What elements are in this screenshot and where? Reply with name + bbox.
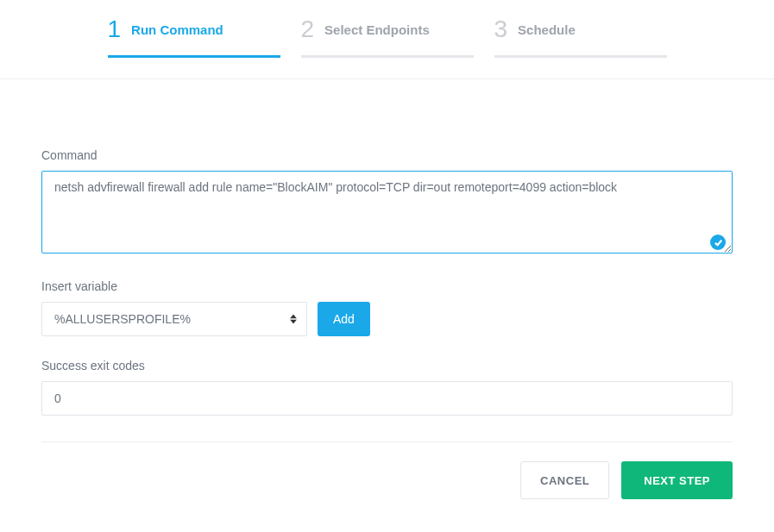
footer-buttons: CANCEL NEXT STEP — [0, 442, 774, 499]
variable-row: %ALLUSERSPROFILE% Add — [41, 302, 733, 336]
command-input[interactable] — [41, 171, 733, 253]
add-variable-button[interactable]: Add — [318, 302, 370, 336]
wizard-step-select-endpoints[interactable]: 2 Select Endpoints — [301, 16, 474, 58]
form-area: Command Insert variable %ALLUSERSPROFILE… — [0, 79, 774, 416]
wizard-steps: 1 Run Command 2 Select Endpoints 3 Sched… — [0, 0, 774, 58]
next-step-button[interactable]: NEXT STEP — [621, 461, 733, 499]
command-label: Command — [41, 148, 733, 162]
exit-codes-group: Success exit codes — [41, 359, 733, 416]
variable-select[interactable]: %ALLUSERSPROFILE% — [41, 302, 307, 336]
command-wrapper — [41, 171, 733, 257]
step-number: 1 — [108, 16, 122, 43]
step-label: Select Endpoints — [324, 22, 430, 37]
variable-select-wrapper: %ALLUSERSPROFILE% — [41, 302, 307, 336]
step-number: 3 — [494, 16, 508, 43]
cancel-button[interactable]: CANCEL — [520, 461, 609, 499]
wizard-step-run-command[interactable]: 1 Run Command — [108, 16, 280, 58]
step-label: Run Command — [131, 22, 223, 37]
valid-check-icon — [710, 235, 726, 250]
command-group: Command — [41, 148, 733, 257]
insert-variable-label: Insert variable — [41, 279, 733, 293]
step-number: 2 — [301, 16, 315, 43]
step-label: Schedule — [518, 22, 576, 37]
exit-codes-input[interactable] — [41, 381, 733, 416]
wizard-step-schedule[interactable]: 3 Schedule — [494, 16, 667, 58]
insert-variable-group: Insert variable %ALLUSERSPROFILE% Add — [41, 279, 733, 336]
exit-codes-label: Success exit codes — [41, 359, 733, 372]
